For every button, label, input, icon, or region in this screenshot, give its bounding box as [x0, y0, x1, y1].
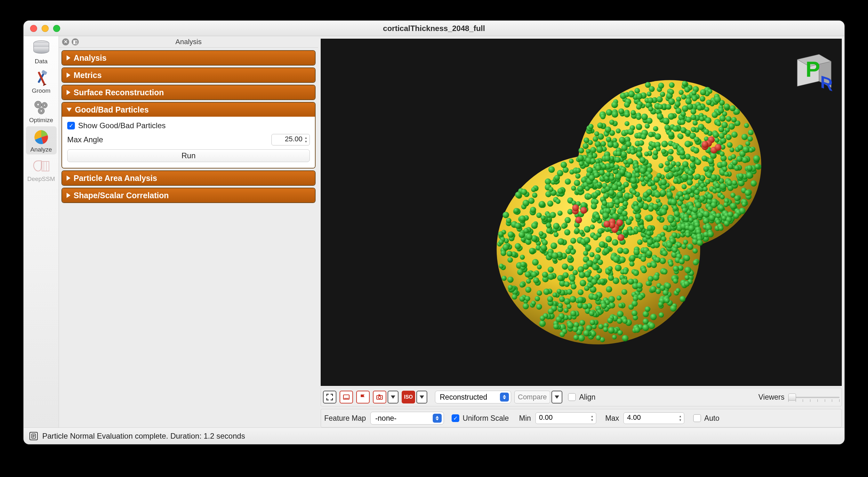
min-input[interactable]: 0.00 ▲▼: [535, 412, 596, 424]
mode-data[interactable]: Data: [26, 38, 57, 66]
section-header[interactable]: Analysis: [62, 51, 315, 65]
flag-button[interactable]: [356, 391, 370, 404]
svg-point-843: [608, 202, 614, 208]
log-icon[interactable]: [29, 432, 38, 440]
svg-point-741: [737, 144, 743, 150]
section-header[interactable]: Metrics: [62, 68, 315, 82]
svg-point-1468: [601, 303, 607, 309]
iso-button[interactable]: ISO: [402, 391, 415, 404]
svg-point-1139: [657, 113, 663, 120]
viewport-3d[interactable]: P R: [321, 39, 842, 386]
svg-point-979: [743, 146, 749, 153]
svg-point-1428: [673, 278, 678, 284]
svg-point-1056: [608, 327, 615, 334]
svg-point-1415: [625, 141, 631, 147]
section-header[interactable]: Shape/Scalar Correlation: [62, 188, 315, 202]
svg-point-1425: [661, 149, 666, 154]
svg-point-728: [515, 223, 521, 229]
svg-point-1107: [624, 111, 630, 118]
section-header[interactable]: Particle Area Analysis: [62, 171, 315, 185]
svg-point-173: [720, 194, 724, 199]
align-checkbox[interactable]: [568, 393, 576, 401]
svg-point-1375: [698, 212, 704, 218]
svg-point-1362: [562, 264, 568, 270]
panel-close-icon[interactable]: ✕: [62, 38, 69, 45]
max-input[interactable]: 4.00 ▲▼: [623, 412, 684, 424]
feature-map-select[interactable]: -none-: [370, 412, 444, 424]
app-window: corticalThickness_2048_full Data: [23, 21, 845, 444]
compare-button[interactable]: Compare: [514, 391, 550, 404]
slider-thumb[interactable]: [788, 394, 796, 401]
svg-point-140: [548, 273, 554, 280]
section-label: Good/Bad Particles: [75, 105, 149, 114]
snapshot-button[interactable]: [340, 391, 353, 404]
mode-groom[interactable]: Groom: [26, 67, 57, 96]
viewers-slider[interactable]: [788, 396, 839, 399]
svg-point-1105: [674, 101, 680, 107]
stepper-icon[interactable]: ▲▼: [303, 135, 309, 144]
svg-point-1208: [530, 207, 536, 213]
section-label: Analysis: [73, 54, 106, 63]
max-angle-input[interactable]: 25.00 ▲▼: [271, 134, 310, 145]
zoom-icon[interactable]: [53, 25, 60, 32]
auto-checkbox[interactable]: [693, 414, 701, 422]
fit-view-button[interactable]: [323, 391, 336, 404]
show-good-bad-label: Show Good/Bad Particles: [78, 121, 165, 130]
svg-point-874: [548, 267, 554, 273]
svg-point-208: [569, 159, 574, 163]
svg-point-1455: [647, 239, 653, 245]
max-value: 4.00: [627, 413, 641, 421]
svg-point-1210: [646, 214, 653, 221]
stepper-icon[interactable]: ▲▼: [677, 414, 683, 423]
svg-point-1036: [622, 318, 627, 323]
camera-button[interactable]: [373, 391, 386, 404]
feature-map-label: Feature Map: [324, 414, 366, 423]
uniform-scale-checkbox[interactable]: ✓: [452, 414, 459, 422]
svg-point-1460: [557, 289, 561, 294]
svg-point-1118: [631, 190, 636, 195]
iso-dropdown[interactable]: [416, 391, 427, 404]
cube-face-p: P: [806, 57, 820, 81]
svg-point-38: [603, 327, 608, 332]
svg-point-1367: [644, 151, 649, 156]
svg-point-1281: [746, 165, 752, 171]
svg-point-877: [641, 134, 646, 139]
panel-detach-icon[interactable]: ◧: [72, 38, 79, 45]
close-icon[interactable]: [30, 25, 37, 32]
svg-point-265: [693, 147, 699, 154]
section-header[interactable]: Good/Bad Particles: [62, 103, 315, 117]
svg-point-1221: [593, 136, 598, 142]
svg-point-1053: [667, 155, 673, 162]
tools-icon: [31, 69, 52, 86]
svg-point-934: [546, 223, 552, 228]
section-header[interactable]: Surface Reconstruction: [62, 86, 315, 99]
mode-label: DeepSSM: [27, 175, 55, 182]
svg-point-1433: [684, 217, 689, 222]
mode-optimize[interactable]: Optimize: [26, 97, 57, 125]
svg-point-788: [655, 237, 660, 242]
show-good-bad-checkbox[interactable]: ✓: [67, 122, 75, 130]
camera-dropdown[interactable]: [388, 391, 399, 404]
svg-point-1233: [681, 174, 688, 180]
svg-point-902: [580, 280, 586, 286]
stepper-icon[interactable]: ▲▼: [589, 414, 595, 423]
svg-point-1155: [616, 151, 621, 156]
svg-point-1250: [522, 200, 529, 207]
svg-point-936: [501, 250, 506, 256]
compare-dropdown[interactable]: [552, 391, 562, 404]
display-mode-select[interactable]: Reconstructed: [435, 391, 511, 404]
svg-point-1282: [675, 288, 680, 293]
mode-deepssm[interactable]: DeepSSM: [26, 156, 57, 184]
run-button[interactable]: Run: [67, 149, 310, 162]
svg-point-1188: [647, 225, 653, 231]
svg-point-898: [565, 248, 571, 254]
minimize-icon[interactable]: [41, 25, 49, 32]
right-pane: P R: [318, 36, 844, 428]
svg-point-1496: [532, 193, 537, 198]
svg-point-1179: [707, 158, 714, 164]
mode-analyze[interactable]: Analyze: [26, 126, 57, 155]
svg-point-1423: [660, 190, 666, 196]
svg-point-1046: [556, 316, 562, 322]
svg-point-384: [589, 252, 594, 257]
svg-point-892: [647, 181, 652, 186]
